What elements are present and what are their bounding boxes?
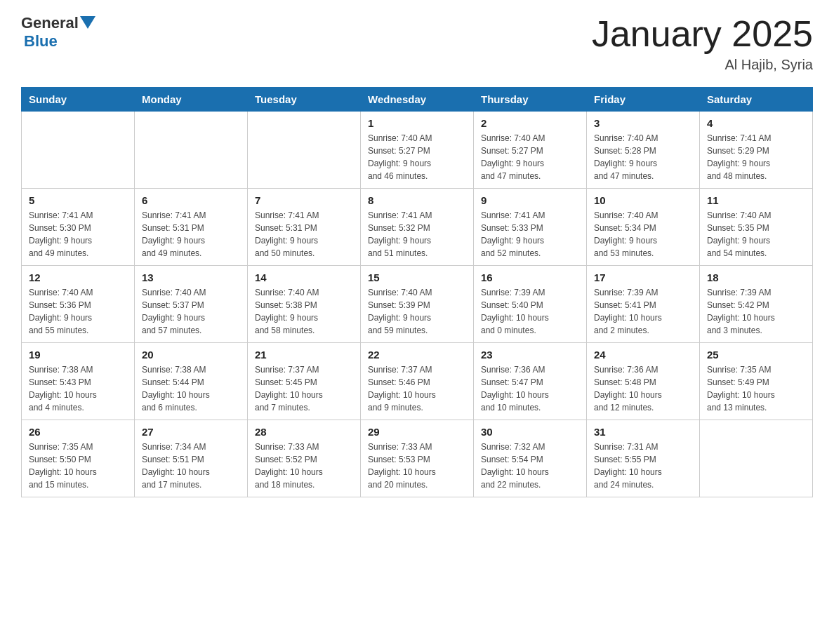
title-block: January 2025 Al Hajib, Syria (592, 14, 813, 73)
weekday-header-tuesday: Tuesday (248, 88, 361, 112)
logo-triangle-icon (80, 16, 95, 32)
day-info: Sunrise: 7:40 AM Sunset: 5:36 PM Dayligh… (29, 286, 127, 337)
calendar-cell: 1Sunrise: 7:40 AM Sunset: 5:27 PM Daylig… (361, 112, 474, 189)
day-number: 9 (481, 194, 579, 206)
day-info: Sunrise: 7:33 AM Sunset: 5:52 PM Dayligh… (255, 441, 353, 491)
logo-general-text: General (21, 14, 79, 32)
calendar-cell: 31Sunrise: 7:31 AM Sunset: 5:55 PM Dayli… (587, 420, 700, 497)
calendar-cell: 29Sunrise: 7:33 AM Sunset: 5:53 PM Dayli… (361, 420, 474, 497)
calendar-cell (135, 112, 248, 189)
day-number: 22 (368, 349, 466, 361)
calendar-cell: 30Sunrise: 7:32 AM Sunset: 5:54 PM Dayli… (474, 420, 587, 497)
day-info: Sunrise: 7:35 AM Sunset: 5:49 PM Dayligh… (707, 363, 805, 414)
day-info: Sunrise: 7:37 AM Sunset: 5:46 PM Dayligh… (368, 363, 466, 414)
day-info: Sunrise: 7:32 AM Sunset: 5:54 PM Dayligh… (481, 441, 579, 491)
day-info: Sunrise: 7:41 AM Sunset: 5:33 PM Dayligh… (481, 209, 579, 260)
day-number: 10 (594, 194, 692, 206)
day-number: 1 (368, 117, 466, 129)
day-info: Sunrise: 7:40 AM Sunset: 5:37 PM Dayligh… (142, 286, 240, 337)
calendar-cell: 10Sunrise: 7:40 AM Sunset: 5:34 PM Dayli… (587, 189, 700, 266)
calendar-header: SundayMondayTuesdayWednesdayThursdayFrid… (22, 88, 813, 112)
calendar-cell: 13Sunrise: 7:40 AM Sunset: 5:37 PM Dayli… (135, 266, 248, 343)
day-info: Sunrise: 7:39 AM Sunset: 5:40 PM Dayligh… (481, 286, 579, 337)
day-number: 14 (255, 271, 353, 283)
calendar-cell: 3Sunrise: 7:40 AM Sunset: 5:28 PM Daylig… (587, 112, 700, 189)
day-number: 6 (142, 194, 240, 206)
day-info: Sunrise: 7:36 AM Sunset: 5:47 PM Dayligh… (481, 363, 579, 414)
day-number: 28 (255, 426, 353, 438)
weekday-header-saturday: Saturday (700, 88, 813, 112)
calendar-cell: 12Sunrise: 7:40 AM Sunset: 5:36 PM Dayli… (22, 266, 135, 343)
calendar-week-row: 5Sunrise: 7:41 AM Sunset: 5:30 PM Daylig… (22, 189, 813, 266)
month-title: January 2025 (592, 14, 813, 54)
calendar-week-row: 1Sunrise: 7:40 AM Sunset: 5:27 PM Daylig… (22, 112, 813, 189)
calendar-cell: 8Sunrise: 7:41 AM Sunset: 5:32 PM Daylig… (361, 189, 474, 266)
day-info: Sunrise: 7:35 AM Sunset: 5:50 PM Dayligh… (29, 441, 127, 491)
calendar-cell (700, 420, 813, 497)
logo-blue-text: Blue (24, 32, 58, 50)
calendar-cell: 22Sunrise: 7:37 AM Sunset: 5:46 PM Dayli… (361, 343, 474, 420)
day-info: Sunrise: 7:40 AM Sunset: 5:27 PM Dayligh… (481, 132, 579, 182)
day-number: 17 (594, 271, 692, 283)
calendar-cell: 5Sunrise: 7:41 AM Sunset: 5:30 PM Daylig… (22, 189, 135, 266)
day-info: Sunrise: 7:39 AM Sunset: 5:41 PM Dayligh… (594, 286, 692, 337)
calendar-cell: 27Sunrise: 7:34 AM Sunset: 5:51 PM Dayli… (135, 420, 248, 497)
day-number: 26 (29, 426, 127, 438)
day-number: 7 (255, 194, 353, 206)
weekday-header-thursday: Thursday (474, 88, 587, 112)
day-number: 27 (142, 426, 240, 438)
day-info: Sunrise: 7:41 AM Sunset: 5:30 PM Dayligh… (29, 209, 127, 260)
day-info: Sunrise: 7:41 AM Sunset: 5:29 PM Dayligh… (707, 132, 805, 182)
day-number: 5 (29, 194, 127, 206)
calendar-cell: 4Sunrise: 7:41 AM Sunset: 5:29 PM Daylig… (700, 112, 813, 189)
day-info: Sunrise: 7:36 AM Sunset: 5:48 PM Dayligh… (594, 363, 692, 414)
day-info: Sunrise: 7:40 AM Sunset: 5:27 PM Dayligh… (368, 132, 466, 182)
calendar-cell: 6Sunrise: 7:41 AM Sunset: 5:31 PM Daylig… (135, 189, 248, 266)
day-info: Sunrise: 7:39 AM Sunset: 5:42 PM Dayligh… (707, 286, 805, 337)
calendar-cell (248, 112, 361, 189)
day-info: Sunrise: 7:40 AM Sunset: 5:39 PM Dayligh… (368, 286, 466, 337)
calendar-week-row: 19Sunrise: 7:38 AM Sunset: 5:43 PM Dayli… (22, 343, 813, 420)
day-number: 29 (368, 426, 466, 438)
day-number: 12 (29, 271, 127, 283)
calendar-cell (22, 112, 135, 189)
svg-marker-0 (80, 16, 95, 29)
day-info: Sunrise: 7:38 AM Sunset: 5:44 PM Dayligh… (142, 363, 240, 414)
day-number: 23 (481, 349, 579, 361)
day-number: 24 (594, 349, 692, 361)
calendar-cell: 26Sunrise: 7:35 AM Sunset: 5:50 PM Dayli… (22, 420, 135, 497)
calendar-table: SundayMondayTuesdayWednesdayThursdayFrid… (21, 87, 813, 497)
day-number: 21 (255, 349, 353, 361)
weekday-header-sunday: Sunday (22, 88, 135, 112)
day-number: 16 (481, 271, 579, 283)
calendar-cell: 20Sunrise: 7:38 AM Sunset: 5:44 PM Dayli… (135, 343, 248, 420)
calendar-week-row: 12Sunrise: 7:40 AM Sunset: 5:36 PM Dayli… (22, 266, 813, 343)
day-info: Sunrise: 7:40 AM Sunset: 5:28 PM Dayligh… (594, 132, 692, 182)
weekday-header-friday: Friday (587, 88, 700, 112)
calendar-cell: 17Sunrise: 7:39 AM Sunset: 5:41 PM Dayli… (587, 266, 700, 343)
calendar-week-row: 26Sunrise: 7:35 AM Sunset: 5:50 PM Dayli… (22, 420, 813, 497)
day-number: 20 (142, 349, 240, 361)
day-info: Sunrise: 7:41 AM Sunset: 5:31 PM Dayligh… (142, 209, 240, 260)
day-number: 8 (368, 194, 466, 206)
day-info: Sunrise: 7:34 AM Sunset: 5:51 PM Dayligh… (142, 441, 240, 491)
day-info: Sunrise: 7:33 AM Sunset: 5:53 PM Dayligh… (368, 441, 466, 491)
calendar-cell: 19Sunrise: 7:38 AM Sunset: 5:43 PM Dayli… (22, 343, 135, 420)
calendar-cell: 18Sunrise: 7:39 AM Sunset: 5:42 PM Dayli… (700, 266, 813, 343)
day-number: 31 (594, 426, 692, 438)
day-number: 15 (368, 271, 466, 283)
day-number: 11 (707, 194, 805, 206)
day-info: Sunrise: 7:41 AM Sunset: 5:31 PM Dayligh… (255, 209, 353, 260)
day-info: Sunrise: 7:41 AM Sunset: 5:32 PM Dayligh… (368, 209, 466, 260)
page-header: General Blue January 2025 Al Hajib, Syri… (21, 14, 813, 73)
calendar-cell: 23Sunrise: 7:36 AM Sunset: 5:47 PM Dayli… (474, 343, 587, 420)
day-info: Sunrise: 7:37 AM Sunset: 5:45 PM Dayligh… (255, 363, 353, 414)
calendar-cell: 11Sunrise: 7:40 AM Sunset: 5:35 PM Dayli… (700, 189, 813, 266)
weekday-header-row: SundayMondayTuesdayWednesdayThursdayFrid… (22, 88, 813, 112)
calendar-cell: 2Sunrise: 7:40 AM Sunset: 5:27 PM Daylig… (474, 112, 587, 189)
day-number: 30 (481, 426, 579, 438)
day-number: 3 (594, 117, 692, 129)
day-number: 4 (707, 117, 805, 129)
day-number: 25 (707, 349, 805, 361)
calendar-cell: 21Sunrise: 7:37 AM Sunset: 5:45 PM Dayli… (248, 343, 361, 420)
